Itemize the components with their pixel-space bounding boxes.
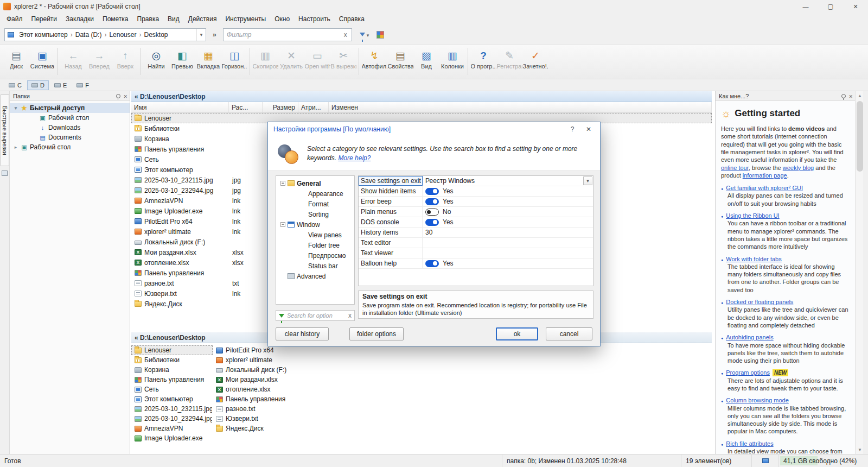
toolbar-button[interactable]: О прогр... xyxy=(470,46,496,77)
option-value-cell[interactable]: Yes xyxy=(423,186,593,196)
menu-item[interactable]: Правка xyxy=(133,14,164,24)
help-topic-link[interactable]: Docked or floating panels xyxy=(726,298,793,306)
file-item[interactable]: PilotEdit Pro x64 xyxy=(213,345,294,355)
toolbar-button[interactable]: Скопиров... xyxy=(252,46,278,77)
toolbar-button[interactable]: Горизон... xyxy=(221,46,247,77)
tree-expander-icon[interactable] xyxy=(299,212,304,217)
toolbar-button[interactable]: Колонки xyxy=(439,46,465,77)
option-value-cell[interactable]: 30 xyxy=(423,228,593,237)
minimize-icon[interactable] xyxy=(793,0,818,13)
quick-clips-tab[interactable]: Быстрые вырезки xyxy=(1,94,9,166)
toolbar-overflow-chevron[interactable]: » xyxy=(212,31,218,39)
file-item[interactable]: Мои раздачи.xlsx xyxy=(213,375,294,384)
toolbar-button[interactable]: Свойства xyxy=(387,46,413,77)
scroll-up-icon[interactable] xyxy=(856,91,864,100)
column-header-ext[interactable]: Рас... xyxy=(229,102,263,112)
column-header-attr[interactable]: Атри... xyxy=(298,102,329,112)
tree-expander-icon[interactable] xyxy=(299,232,304,237)
file-item[interactable]: xplorer² ultimate xyxy=(213,355,294,365)
close-icon[interactable] xyxy=(123,93,127,99)
option-row[interactable]: DOS console Yes xyxy=(359,217,593,228)
option-row[interactable]: Save settings on exit Реестр Windows xyxy=(359,176,593,186)
breadcrumb-segment[interactable]: Этот компьютер xyxy=(16,31,71,39)
help-topic-link[interactable]: Autohiding panels xyxy=(726,333,773,341)
tree-expander-icon[interactable] xyxy=(299,191,304,196)
toolbar-button[interactable]: В вырезки xyxy=(330,46,356,77)
column-header-name[interactable]: Имя xyxy=(131,102,229,112)
breadcrumb-segment[interactable]: Lenouser xyxy=(106,31,139,39)
dropdown-arrow-icon[interactable] xyxy=(583,176,592,185)
tree-expander-icon[interactable] xyxy=(299,253,304,258)
file-item[interactable]: разное.txt xyxy=(213,404,294,414)
option-value-cell[interactable]: Yes xyxy=(423,217,593,227)
menu-item[interactable]: Пометка xyxy=(98,14,133,24)
clear-history-button[interactable]: clear history xyxy=(276,327,329,340)
toggle-switch[interactable] xyxy=(425,260,439,267)
category-tree-item[interactable]: Window xyxy=(276,219,354,230)
file-item[interactable]: Сеть xyxy=(131,384,213,394)
menu-item[interactable]: Вид xyxy=(163,14,184,24)
more-help-link[interactable]: More help? xyxy=(338,154,371,162)
file-item[interactable]: Lenouser xyxy=(131,345,213,355)
toolbar-button[interactable]: Автофил... xyxy=(361,46,387,77)
help-topic-link[interactable]: Work with folder tabs xyxy=(726,255,782,263)
cancel-button[interactable]: cancel xyxy=(546,327,592,340)
category-tree-item[interactable]: Format xyxy=(276,199,354,209)
help-topic-link[interactable]: Column browsing mode xyxy=(726,396,789,404)
tree-expander-icon[interactable] xyxy=(299,263,304,268)
tree-expander-icon[interactable] xyxy=(13,144,18,150)
help-topic-link[interactable]: Using the Ribbon UI xyxy=(726,212,779,219)
option-value-cell[interactable]: No xyxy=(423,207,593,217)
option-value-cell[interactable]: Yes xyxy=(423,258,593,268)
breadcrumb-segment[interactable]: Desktop xyxy=(141,31,170,39)
file-item[interactable]: Корзина xyxy=(131,365,213,375)
toolbar-button[interactable]: Вверх xyxy=(112,46,138,77)
file-item[interactable]: Панель управления xyxy=(131,375,213,384)
category-tree-item[interactable]: Предпросмо xyxy=(276,250,354,261)
menu-item[interactable]: Перейти xyxy=(27,14,62,24)
column-header-size[interactable]: Размер xyxy=(263,102,298,112)
file-item[interactable]: Локальный диск (F:) xyxy=(213,365,294,375)
toolbar-button[interactable]: Вперед xyxy=(86,46,112,77)
category-tree-item[interactable]: View panes xyxy=(276,230,354,240)
color-coding-icon[interactable] xyxy=(376,31,384,39)
menu-item[interactable]: Инструменты xyxy=(221,14,270,24)
toolbar-button[interactable]: Open with xyxy=(304,46,330,77)
help-topic-link[interactable]: Get familiar with xplorer² GUI xyxy=(726,184,803,192)
filter-funnel-button[interactable] xyxy=(358,28,372,41)
menu-item[interactable]: Закладки xyxy=(61,14,98,24)
filter-input[interactable]: Фильтр x xyxy=(223,28,352,41)
breadcrumb-dropdown-icon[interactable] xyxy=(196,29,206,41)
option-row[interactable]: Error beep Yes xyxy=(359,197,593,207)
scroll-down-icon[interactable] xyxy=(856,445,864,454)
scrollbar[interactable] xyxy=(855,91,864,454)
folder-tree-item[interactable]: Быстрый доступ xyxy=(10,103,130,113)
help-icon[interactable]: ? xyxy=(564,125,580,133)
tree-expander-icon[interactable] xyxy=(299,201,304,206)
option-value-cell[interactable] xyxy=(423,238,593,248)
option-value-cell[interactable] xyxy=(423,248,593,258)
toolbar-button[interactable]: Вид xyxy=(413,46,439,77)
file-item[interactable]: Этот компьютер xyxy=(131,394,213,404)
drive-button[interactable]: F xyxy=(72,80,93,90)
column-header-modified[interactable]: Изменен xyxy=(329,102,712,112)
toolbar-button[interactable]: Диск xyxy=(3,46,29,77)
file-item[interactable]: 2025-03-10_232944.jpg xyxy=(131,414,213,424)
help-topic-link[interactable]: Program options xyxy=(726,369,770,376)
tree-expander-icon[interactable] xyxy=(280,222,285,227)
folder-tree-item[interactable]: Рабочий стол xyxy=(10,113,130,123)
toolbar-button[interactable]: Удалить xyxy=(278,46,304,77)
option-value-cell[interactable]: Yes xyxy=(423,197,593,206)
category-tree-item[interactable]: General xyxy=(276,178,354,188)
file-item[interactable]: 2025-03-10_232115.jpg xyxy=(131,404,213,414)
pin-icon[interactable] xyxy=(841,94,846,98)
toolbar-button[interactable]: Зачетно!... xyxy=(522,46,548,77)
option-row[interactable]: Plain menus No xyxy=(359,207,593,217)
menu-item[interactable]: Файл xyxy=(2,14,27,24)
file-item[interactable]: отопление.xlsx xyxy=(213,384,294,394)
option-row[interactable]: Text viewer xyxy=(359,248,593,258)
folder-options-button[interactable]: folder options xyxy=(349,327,404,340)
folder-tree-item[interactable]: Рабочий стол xyxy=(10,142,130,152)
search-clear-button[interactable]: x xyxy=(348,312,352,319)
menu-item[interactable]: Справка xyxy=(335,14,369,24)
